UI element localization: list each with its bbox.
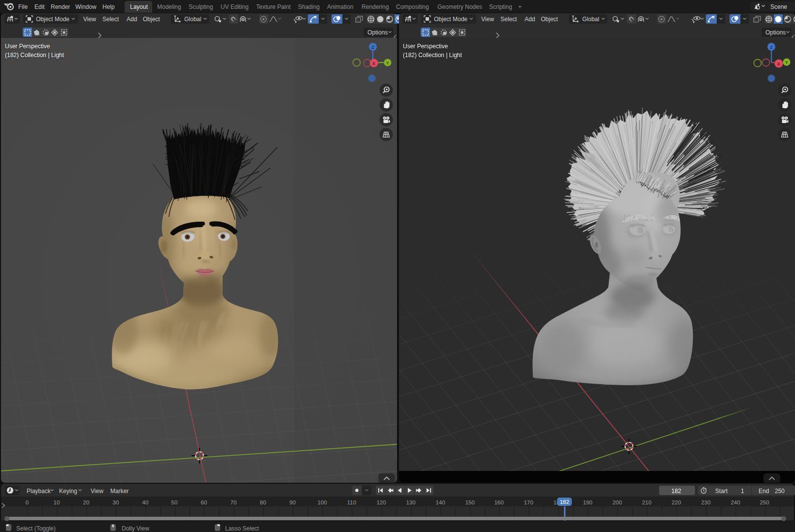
svg-text:X: X — [372, 61, 376, 66]
svg-text:Y: Y — [785, 60, 789, 65]
svg-text:Z: Z — [770, 44, 773, 50]
svg-text:Z: Z — [371, 44, 374, 50]
svg-text:Y: Y — [386, 60, 390, 66]
svg-text:X: X — [777, 61, 781, 66]
